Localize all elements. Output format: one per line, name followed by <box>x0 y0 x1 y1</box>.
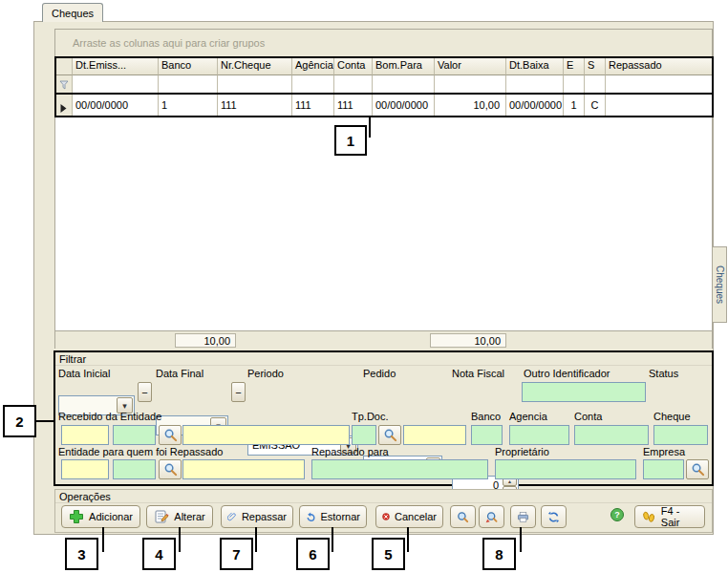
cheque-input[interactable] <box>653 425 708 445</box>
column-header-bom-para[interactable]: Bom.Para <box>373 57 435 75</box>
entidade-repassado-code-input[interactable] <box>61 459 109 479</box>
filter-cell-nr-cheque[interactable] <box>218 75 292 95</box>
entidade-repassado-code2-input[interactable] <box>113 459 156 479</box>
column-header-agencia[interactable]: Agência <box>292 57 334 75</box>
side-tab-cheques[interactable]: Cheques <box>713 246 727 323</box>
tpdoc-code-input[interactable] <box>352 425 376 445</box>
callout-6: 6 <box>296 538 330 570</box>
cell-bom-para[interactable]: 00/00/0000 <box>373 95 435 117</box>
f4-sair-label: F4 - Sair <box>661 505 698 528</box>
cancelar-label: Cancelar <box>395 511 437 522</box>
filter-cell-e[interactable] <box>564 75 585 95</box>
status-label: Status <box>649 368 678 379</box>
agencia-input[interactable] <box>509 425 569 445</box>
f4-sair-button[interactable]: F4 - Sair <box>634 505 705 528</box>
refresh-icon <box>547 509 560 525</box>
cell-s[interactable]: C <box>585 95 606 117</box>
callout-5: 5 <box>372 538 405 570</box>
empresa-label: Empresa <box>643 446 685 457</box>
zoom-out-button[interactable] <box>479 505 504 528</box>
agencia-label: Agencia <box>509 411 547 422</box>
estornar-button[interactable]: Estornar <box>299 505 367 528</box>
entidade-repassado-name-input[interactable] <box>182 459 305 479</box>
repassar-button[interactable]: Repassar <box>221 505 293 528</box>
cell-banco[interactable]: 1 <box>159 95 218 117</box>
print-button[interactable] <box>510 505 536 528</box>
filter-cell-s[interactable] <box>585 75 606 95</box>
column-header-s[interactable]: S <box>585 57 606 75</box>
tab-cheques[interactable]: Cheques <box>42 3 103 22</box>
banco-input[interactable] <box>471 425 503 445</box>
tab-cheques-label: Cheques <box>52 8 94 19</box>
cell-agencia[interactable]: 111 <box>292 95 334 117</box>
zoom-button[interactable] <box>450 505 476 528</box>
column-header-conta[interactable]: Conta <box>334 57 373 75</box>
filter-cell-dt-emissao[interactable] <box>73 75 159 95</box>
cell-conta[interactable]: 111 <box>334 95 373 117</box>
adicionar-button[interactable]: Adicionar <box>61 505 140 528</box>
recebido-entidade-lookup-button[interactable] <box>159 425 182 445</box>
magnifier-icon <box>457 509 469 525</box>
recebido-entidade-code-input[interactable] <box>61 425 109 445</box>
alterar-button[interactable]: Alterar <box>146 505 213 528</box>
data-inicial-label: Data Inicial <box>58 368 110 379</box>
proprietario-input[interactable] <box>495 459 636 479</box>
operations-title-divider <box>55 502 712 503</box>
callout-1-line <box>369 117 371 138</box>
column-header-dt-baixa[interactable]: Dt.Baixa <box>506 57 564 75</box>
tpdoc-lookup-button[interactable] <box>378 425 401 445</box>
cell-dt-baixa[interactable]: 00/00/0000 <box>506 95 564 117</box>
callout-7-line <box>255 527 257 552</box>
column-header-nr-cheque[interactable]: Nr.Cheque <box>218 57 292 75</box>
column-header-valor[interactable]: Valor <box>435 57 506 75</box>
adicionar-label: Adicionar <box>89 511 133 522</box>
filter-cell-dt-baixa[interactable] <box>506 75 564 95</box>
recebido-entidade-code2-input[interactable] <box>113 425 156 445</box>
column-header-e[interactable]: E <box>564 57 585 75</box>
app-window: Cheques Cheques Arraste as colunas aqui … <box>0 0 728 573</box>
row-indicator <box>55 95 73 117</box>
help-button[interactable]: ? <box>610 508 624 521</box>
data-final-clear-button[interactable] <box>231 382 246 402</box>
table-row[interactable]: 00/00/0000 1 111 111 111 00/00/0000 10,0… <box>55 95 712 117</box>
callout-8-line <box>520 527 522 552</box>
refresh-button[interactable] <box>541 505 567 528</box>
proprietario-label: Proprietário <box>495 446 549 457</box>
entidade-repassado-lookup-button[interactable] <box>159 459 182 479</box>
column-header-dt-emissao[interactable]: Dt.Emiss... <box>73 57 159 75</box>
callout-6-line <box>332 527 333 552</box>
filter-cell-repassado[interactable] <box>606 75 712 95</box>
callout-3: 3 <box>65 538 98 570</box>
cell-valor[interactable]: 10,00 <box>435 95 506 117</box>
cell-repassado[interactable] <box>606 95 712 117</box>
empresa-lookup-button[interactable] <box>686 459 709 479</box>
recebido-entidade-name-input[interactable] <box>182 425 350 445</box>
callout-2: 2 <box>3 405 36 437</box>
filter-cell-bom-para[interactable] <box>373 75 435 95</box>
filter-cell-conta[interactable] <box>334 75 373 95</box>
summary-valor: 10,00 <box>430 333 506 348</box>
filter-cell-banco[interactable] <box>159 75 218 95</box>
cell-nr-cheque[interactable]: 111 <box>218 95 292 117</box>
filter-panel: Filtrar Data Inicial Data Final Periodo … <box>54 350 714 486</box>
callout-2-line <box>36 420 54 422</box>
callout-8: 8 <box>482 538 516 570</box>
cell-e[interactable]: 1 <box>564 95 585 117</box>
empresa-input[interactable] <box>643 459 684 479</box>
filter-row-indicator <box>55 75 73 95</box>
cancelar-button[interactable]: Cancelar <box>375 505 443 528</box>
filter-cell-agencia[interactable] <box>292 75 334 95</box>
tpdoc-desc-input[interactable] <box>403 425 466 445</box>
conta-input[interactable] <box>574 425 649 445</box>
cell-dt-emissao[interactable]: 00/00/0000 <box>73 95 159 117</box>
data-inicial-clear-button[interactable] <box>138 382 152 402</box>
printer-icon <box>517 509 529 525</box>
repassado-para-input[interactable] <box>311 459 488 479</box>
footprints-icon <box>641 510 656 524</box>
column-header-banco[interactable]: Banco <box>159 57 218 75</box>
outro-identificador-input[interactable] <box>522 382 646 402</box>
filter-cell-valor[interactable] <box>435 75 506 95</box>
grid-group-by-bar[interactable]: Arraste as colunas aqui para criar grupo… <box>55 30 712 57</box>
alterar-label: Alterar <box>174 511 204 522</box>
column-header-repassado[interactable]: Repassado <box>606 57 712 75</box>
